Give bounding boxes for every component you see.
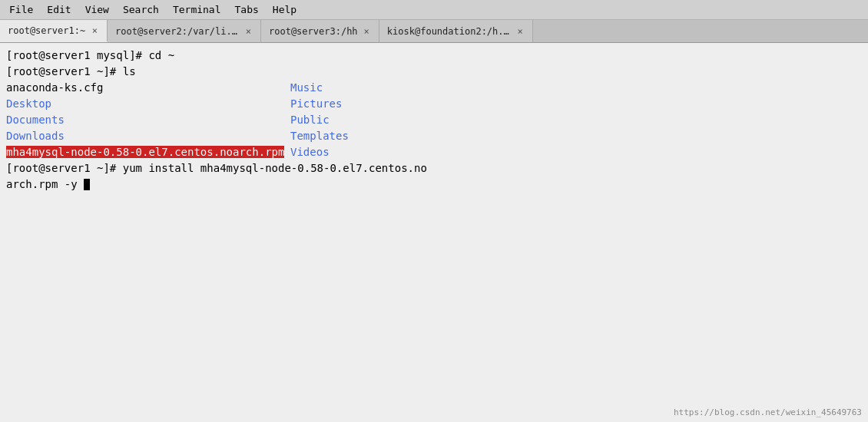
ls-item-downloads: Downloads — [6, 128, 290, 144]
menu-view[interactable]: View — [79, 2, 115, 17]
menu-terminal[interactable]: Terminal — [167, 2, 227, 17]
ls-item-templates: Templates — [290, 128, 862, 144]
tab-2-close[interactable]: × — [244, 26, 253, 37]
ls-item-music: Music — [290, 80, 862, 96]
terminal-line-1: [root@server1 mysql]# cd ~ — [6, 48, 862, 64]
tab-2[interactable]: root@server2:/var/li... × — [108, 20, 261, 42]
tab-1[interactable]: root@server1:~ × — [0, 20, 108, 42]
menu-edit[interactable]: Edit — [41, 2, 77, 17]
tab-4-close[interactable]: × — [516, 26, 525, 37]
ls-item-pictures: Pictures — [290, 96, 862, 112]
terminal-area[interactable]: [root@server1 mysql]# cd ~ [root@server1… — [0, 43, 868, 422]
terminal-cmd-line-2: arch.rpm -y — [6, 176, 862, 193]
ls-right-col: Music Pictures Public Templates Videos — [290, 80, 862, 160]
ls-item-videos: Videos — [290, 144, 862, 160]
ls-item-anaconda: anaconda-ks.cfg — [6, 80, 290, 96]
tab-4[interactable]: kiosk@foundation2:/h... × — [379, 20, 533, 42]
ls-item-desktop: Desktop — [6, 96, 290, 112]
menu-search[interactable]: Search — [117, 2, 165, 17]
watermark: https://blog.csdn.net/weixin_45649763 — [674, 407, 862, 417]
terminal-cursor — [84, 179, 90, 190]
tab-1-title: root@server1:~ — [8, 25, 86, 36]
ls-item-rpm: mha4mysql-node-0.58-0.el7.centos.noarch.… — [6, 144, 290, 160]
menu-help[interactable]: Help — [267, 2, 303, 17]
tab-3-close[interactable]: × — [363, 26, 371, 37]
terminal-cmd-line-1: [root@server1 ~]# yum install mha4mysql-… — [6, 160, 862, 176]
tab-4-title: kiosk@foundation2:/h... — [387, 26, 512, 37]
tab-1-close[interactable]: × — [91, 25, 99, 36]
menubar: File Edit View Search Terminal Tabs Help — [0, 0, 868, 20]
tab-2-title: root@server2:/var/li... — [115, 26, 240, 37]
ls-output: anaconda-ks.cfg Desktop Documents Downlo… — [6, 80, 862, 160]
menu-tabs[interactable]: Tabs — [229, 2, 265, 17]
tabbar: root@server1:~ × root@server2:/var/li...… — [0, 20, 868, 43]
ls-item-public: Public — [290, 112, 862, 128]
tab-3-title: root@server3:/hh — [269, 26, 358, 37]
ls-item-documents: Documents — [6, 112, 290, 128]
menu-file[interactable]: File — [3, 2, 39, 17]
ls-left-col: anaconda-ks.cfg Desktop Documents Downlo… — [6, 80, 290, 160]
terminal-line-2: [root@server1 ~]# ls — [6, 64, 862, 80]
tab-3[interactable]: root@server3:/hh × — [261, 20, 379, 42]
